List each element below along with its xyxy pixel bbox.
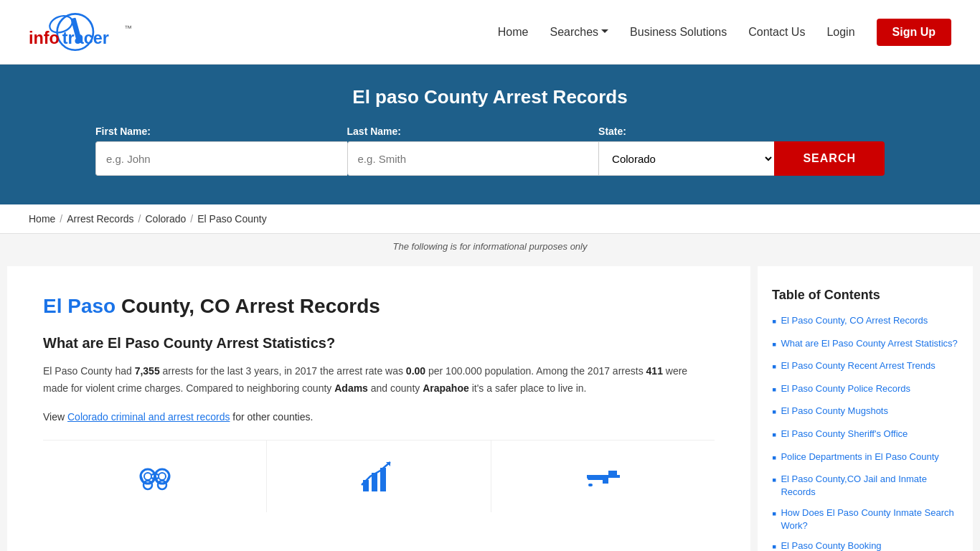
last-name-group: Last Name: — [347, 126, 599, 176]
icon-cell-handcuffs — [43, 441, 267, 512]
first-name-input[interactable] — [95, 141, 347, 176]
nav-business-solutions[interactable]: Business Solutions — [630, 26, 727, 39]
search-button[interactable]: SEARCH — [774, 141, 885, 176]
breadcrumb-el-paso: El Paso County — [197, 213, 267, 225]
icons-row — [43, 440, 715, 512]
last-name-label: Last Name: — [347, 126, 599, 137]
toc-bullet-icon: ▪ — [772, 314, 776, 330]
logo: info tracer ™ — [29, 11, 158, 54]
toc-item: ▪El Paso County,CO Jail and Inmate Recor… — [772, 473, 958, 499]
view-link-text: View Colorado criminal and arrest record… — [43, 409, 715, 426]
toc-bullet-icon: ▪ — [772, 337, 776, 353]
toc-bullet-icon: ▪ — [772, 507, 776, 522]
toc-link-0[interactable]: El Paso County, CO Arrest Records — [781, 314, 928, 327]
body-text-1: El Paso County had 7,355 arrests for the… — [43, 363, 715, 397]
first-name-group: First Name: — [95, 126, 347, 176]
toc-link-7[interactable]: El Paso County,CO Jail and Inmate Record… — [781, 473, 958, 499]
toc-list: ▪El Paso County, CO Arrest Records▪What … — [772, 314, 958, 551]
svg-text:tracer: tracer — [62, 28, 109, 47]
toc-link-1[interactable]: What are El Paso County Arrest Statistic… — [781, 337, 957, 350]
svg-text:™: ™ — [124, 23, 132, 32]
icon-cell-gun — [491, 441, 715, 512]
content-right: Table of Contents ▪El Paso County, CO Ar… — [758, 266, 973, 551]
main-content: El Paso County, CO Arrest Records What a… — [0, 259, 980, 551]
colorado-records-link[interactable]: Colorado criminal and arrest records — [67, 411, 230, 423]
state-label: State: — [598, 126, 774, 137]
toc-item: ▪El Paso County Booking — [772, 540, 958, 551]
toc-bullet-icon: ▪ — [772, 473, 776, 489]
breadcrumb-arrest-records[interactable]: Arrest Records — [67, 213, 133, 225]
chevron-down-icon — [601, 29, 608, 33]
search-form: First Name: Last Name: State: Colorado A… — [95, 126, 885, 176]
toc-item: ▪El Paso County Police Records — [772, 382, 958, 398]
section1-heading: What are El Paso County Arrest Statistic… — [43, 335, 715, 352]
toc-item: ▪Police Departments in El Paso County — [772, 451, 958, 466]
breadcrumb-home[interactable]: Home — [29, 213, 55, 225]
breadcrumb: Home / Arrest Records / Colorado / El Pa… — [0, 204, 980, 234]
toc-link-6[interactable]: Police Departments in El Paso County — [781, 451, 938, 463]
hero-title: El paso County Arrest Records — [29, 86, 951, 108]
last-name-input[interactable] — [347, 141, 599, 176]
toc-link-4[interactable]: El Paso County Mugshots — [781, 405, 888, 418]
nav-searches[interactable]: Searches — [550, 26, 608, 39]
toc-bullet-icon: ▪ — [772, 405, 776, 420]
handcuffs-icon — [133, 455, 176, 498]
toc-item: ▪El Paso County, CO Arrest Records — [772, 314, 958, 330]
toc-bullet-icon: ▪ — [772, 428, 776, 443]
svg-point-7 — [144, 473, 151, 480]
login-button[interactable]: Login — [826, 26, 854, 39]
first-name-label: First Name: — [95, 126, 347, 137]
breadcrumb-colorado[interactable]: Colorado — [146, 213, 187, 225]
svg-point-11 — [143, 481, 152, 489]
svg-text:info: info — [29, 28, 60, 47]
toc-bullet-icon: ▪ — [772, 540, 776, 551]
state-group: State: Colorado Alabama Alaska Arizona C… — [598, 126, 774, 176]
gun-icon — [581, 455, 624, 498]
toc-link-8[interactable]: How Does El Paso County Inmate Search Wo… — [781, 507, 958, 532]
heading-blue-text: El Paso — [43, 295, 116, 317]
content-left: El Paso County, CO Arrest Records What a… — [7, 266, 750, 551]
toc-item: ▪El Paso County Recent Arrest Trends — [772, 359, 958, 375]
toc-link-9[interactable]: El Paso County Booking — [781, 540, 881, 551]
hero-section: El paso County Arrest Records First Name… — [0, 65, 980, 204]
icon-cell-chart — [267, 441, 491, 512]
svg-rect-15 — [380, 468, 386, 491]
nav-contact-us[interactable]: Contact Us — [748, 26, 805, 39]
svg-point-9 — [159, 473, 166, 480]
svg-rect-17 — [588, 484, 593, 486]
toc-link-5[interactable]: El Paso County Sheriff's Office — [781, 428, 908, 441]
toc-link-2[interactable]: El Paso County Recent Arrest Trends — [781, 359, 935, 372]
breadcrumb-sep-3: / — [190, 213, 193, 225]
toc-bullet-icon: ▪ — [772, 382, 776, 398]
heading-rest-text: County, CO Arrest Records — [116, 295, 380, 317]
toc-bullet-icon: ▪ — [772, 359, 776, 375]
toc-item: ▪El Paso County Sheriff's Office — [772, 428, 958, 443]
state-select[interactable]: Colorado Alabama Alaska Arizona Californ… — [598, 141, 774, 176]
chart-icon — [357, 455, 400, 498]
signup-button[interactable]: Sign Up — [877, 19, 951, 46]
toc-item: ▪How Does El Paso County Inmate Search W… — [772, 507, 958, 532]
toc-title: Table of Contents — [772, 288, 958, 303]
toc-bullet-icon: ▪ — [772, 451, 776, 466]
toc-item: ▪El Paso County Mugshots — [772, 405, 958, 420]
page-heading: El Paso County, CO Arrest Records — [43, 295, 715, 318]
info-bar: The following is for informational purpo… — [0, 234, 980, 259]
svg-point-12 — [158, 481, 166, 489]
toc-link-3[interactable]: El Paso County Police Records — [781, 382, 910, 395]
breadcrumb-sep-2: / — [138, 213, 141, 225]
main-nav: Home Searches Business Solutions Contact… — [498, 19, 951, 46]
nav-home[interactable]: Home — [498, 26, 529, 39]
toc-item: ▪What are El Paso County Arrest Statisti… — [772, 337, 958, 353]
header: info tracer ™ Home Searches Business Sol… — [0, 0, 980, 65]
breadcrumb-sep-1: / — [60, 213, 62, 225]
